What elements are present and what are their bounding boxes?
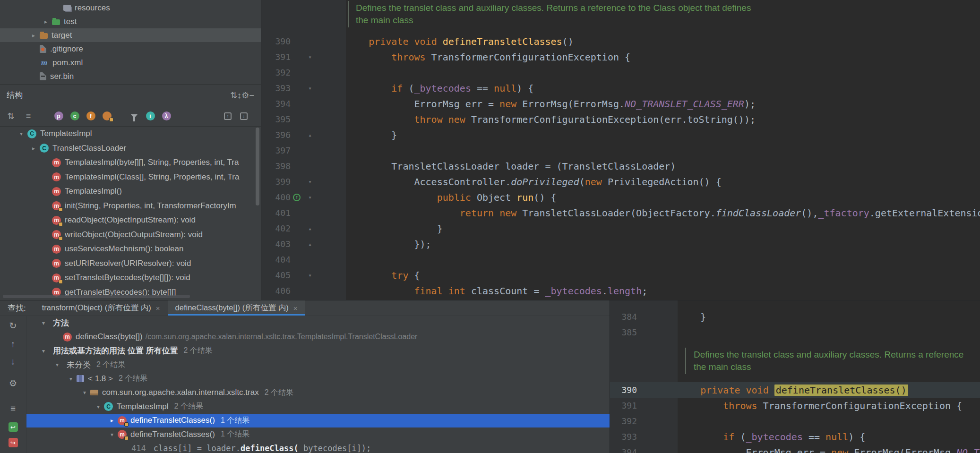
structure-tree-item[interactable]: ▸CTransletClassLoader: [0, 141, 261, 156]
fold-marker-icon[interactable]: ▴: [303, 241, 317, 248]
show-inherited-icon[interactable]: i: [145, 111, 155, 121]
find-tree-row[interactable]: ▾用法或基方法的用法 位置 所有位置2 个结果: [26, 344, 610, 358]
previous-occurrence-icon[interactable]: ↑: [8, 339, 19, 350]
code-line[interactable]: 397: [261, 143, 980, 158]
fold-marker-icon[interactable]: ▾: [303, 85, 317, 92]
project-tree-item[interactable]: .gitignore: [0, 42, 261, 56]
project-tree-item[interactable]: mpom.xml: [0, 56, 261, 69]
show-fields-icon[interactable]: f: [86, 111, 96, 121]
chevron-right-icon[interactable]: ▸: [40, 18, 52, 25]
hide-icon[interactable]: −: [249, 91, 254, 100]
code-line[interactable]: 394 ErrorMsg err = new ErrorMsg(ErrorMsg…: [261, 96, 980, 111]
override-marker-icon[interactable]: ↑: [293, 194, 301, 201]
chevron-down-icon[interactable]: ▾: [106, 431, 118, 438]
project-tree-item[interactable]: resources: [0, 1, 261, 15]
fold-marker-icon[interactable]: ▴: [303, 132, 317, 138]
chevron-down-icon[interactable]: ▾: [38, 320, 49, 326]
scrollbar-horizontal-thumb[interactable]: [3, 295, 190, 298]
chevron-down-icon[interactable]: ▾: [15, 130, 27, 137]
structure-tree-item[interactable]: museServicesMechnism(): boolean: [0, 242, 261, 256]
project-tree-item[interactable]: ser.bin: [0, 69, 261, 83]
code-line[interactable]: 384 }: [610, 309, 980, 325]
code-line[interactable]: 391 throws TransformerConfigurationExcep…: [610, 398, 980, 413]
chevron-down-icon[interactable]: ▾: [52, 361, 63, 368]
code-line[interactable]: 402▴ }: [261, 221, 980, 236]
structure-tree-item[interactable]: mTemplatesImpl(): [0, 184, 261, 199]
show-properties-icon[interactable]: p: [53, 111, 64, 121]
sort-alphabetically-icon[interactable]: ≡: [23, 111, 34, 121]
code-line[interactable]: 392: [610, 413, 980, 429]
filter-icon[interactable]: [129, 111, 139, 121]
code-line[interactable]: 385: [610, 325, 980, 340]
chevron-down-icon[interactable]: ▾: [38, 348, 49, 354]
code-line[interactable]: 398 TransletClassLoader loader = (Transl…: [261, 158, 980, 174]
project-tree-item[interactable]: ▸target: [0, 28, 261, 42]
expand-all-icon[interactable]: ⇅: [230, 91, 237, 100]
collapse-all-icon[interactable]: ↨: [237, 91, 241, 100]
fold-marker-icon[interactable]: ▾: [303, 194, 317, 201]
chevron-down-icon[interactable]: ▾: [93, 403, 104, 410]
structure-tree-item[interactable]: minit(String, Properties, int, Transform…: [0, 199, 261, 214]
chevron-right-icon[interactable]: ▸: [27, 145, 40, 152]
close-icon[interactable]: ×: [293, 304, 298, 312]
code-line[interactable]: 405▾ try {: [261, 267, 980, 283]
fold-marker-icon[interactable]: ▾: [303, 54, 317, 60]
code-line[interactable]: 391▾ throws TransformerConfigurationExce…: [261, 49, 980, 65]
code-line[interactable]: 400↑▾ public Object run() {: [261, 189, 980, 205]
find-tree-row[interactable]: mdefineClass(byte[])/com.sun.org.apache.…: [26, 330, 610, 344]
find-tree-row[interactable]: ▾未分类2 个结果: [26, 358, 610, 372]
code-line[interactable]: 404: [261, 252, 980, 267]
structure-tree-item[interactable]: mwriteObject(ObjectOutputStream): void: [0, 228, 261, 242]
sort-by-visibility-icon[interactable]: ⇅: [6, 111, 16, 121]
find-tree-row[interactable]: ▾mdefineTransletClasses()1 个结果: [26, 427, 610, 442]
structure-tree-item[interactable]: ▾CTemplatesImpl: [0, 127, 261, 141]
editor-preview[interactable]: 384 }385Defines the translet class and a…: [610, 300, 980, 453]
next-occurrence-icon[interactable]: ↓: [8, 356, 19, 368]
group-by-icon[interactable]: ≡: [8, 403, 19, 414]
editor-main[interactable]: Defines the translet class and auxiliary…: [261, 0, 980, 300]
scrollbar-vertical-thumb[interactable]: [256, 128, 259, 205]
code-line[interactable]: 403▴ });: [261, 236, 980, 252]
project-tree-item[interactable]: ▸test: [0, 15, 261, 28]
structure-tree-item[interactable]: msetTransletBytecodes(byte[][]): void: [0, 271, 261, 285]
code-line[interactable]: 392: [261, 65, 980, 80]
autoscroll-from-source-icon[interactable]: ↓: [239, 111, 249, 121]
settings-icon[interactable]: ⚙: [241, 91, 249, 100]
find-tree-row[interactable]: ▾< 1.8 >2 个结果: [26, 372, 610, 386]
show-constructors-icon[interactable]: c: [69, 111, 80, 121]
autoscroll-to-source-icon[interactable]: ↑: [223, 111, 233, 121]
navigate-source-red-icon[interactable]: ↪: [9, 438, 18, 447]
chevron-right-icon[interactable]: ▸: [106, 417, 118, 424]
code-line[interactable]: 406 final int classCount = _bytecodes.le…: [261, 283, 980, 299]
find-tree-row[interactable]: ▾方法: [26, 316, 610, 330]
find-tab-0[interactable]: transform(Object) (所有位置 内)×: [34, 300, 168, 316]
find-tab-1[interactable]: defineClass(byte[]) (所有位置 内)×: [168, 300, 305, 316]
settings-icon[interactable]: ⚙: [8, 377, 19, 389]
fold-marker-icon[interactable]: ▾: [303, 179, 317, 185]
chevron-right-icon[interactable]: ▸: [27, 32, 40, 39]
find-tree-row[interactable]: ▾com.sun.org.apache.xalan.internal.xsltc…: [26, 386, 610, 400]
navigate-source-green-icon[interactable]: ↩: [9, 422, 18, 432]
show-lambdas-icon[interactable]: λ: [161, 111, 172, 121]
code-line[interactable]: 394 ErrorMsg err = new ErrorMsg(ErrorMsg…: [610, 444, 980, 453]
usage-preview-row[interactable]: 414class[i] = loader.defineClass( byteco…: [26, 442, 610, 453]
code-line[interactable]: 393▾ if (_bytecodes == null) {: [261, 80, 980, 96]
rerun-search-icon[interactable]: ↻: [8, 320, 19, 331]
code-line[interactable]: 399▾ AccessController.doPrivileged(new P…: [261, 174, 980, 189]
show-non-public-icon[interactable]: [102, 111, 112, 121]
chevron-down-icon[interactable]: ▾: [79, 389, 90, 396]
code-line[interactable]: 390 private void defineTransletClasses(): [610, 382, 980, 398]
chevron-down-icon[interactable]: ▾: [65, 376, 77, 382]
find-tree-row[interactable]: ▸mdefineTransletClasses()1 个结果: [26, 414, 610, 428]
code-line[interactable]: 396▴ }: [261, 127, 980, 143]
code-line[interactable]: 395 throw new TransformerConfigurationEx…: [261, 111, 980, 127]
structure-tree-item[interactable]: mTemplatesImpl(Class[], String, Properti…: [0, 170, 261, 185]
fold-marker-icon[interactable]: ▾: [303, 272, 317, 279]
find-tree-row[interactable]: ▾CTemplatesImpl2 个结果: [26, 400, 610, 414]
structure-tree-item[interactable]: mTemplatesImpl(byte[][], String, Propert…: [0, 155, 261, 170]
close-icon[interactable]: ×: [156, 304, 160, 312]
fold-marker-icon[interactable]: ▴: [303, 225, 317, 232]
structure-tree-item[interactable]: msetURIResolver(URIResolver): void: [0, 256, 261, 271]
code-line[interactable]: 393 if (_bytecodes == null) {: [610, 429, 980, 444]
structure-tree-item[interactable]: mreadObject(ObjectInputStream): void: [0, 213, 261, 228]
